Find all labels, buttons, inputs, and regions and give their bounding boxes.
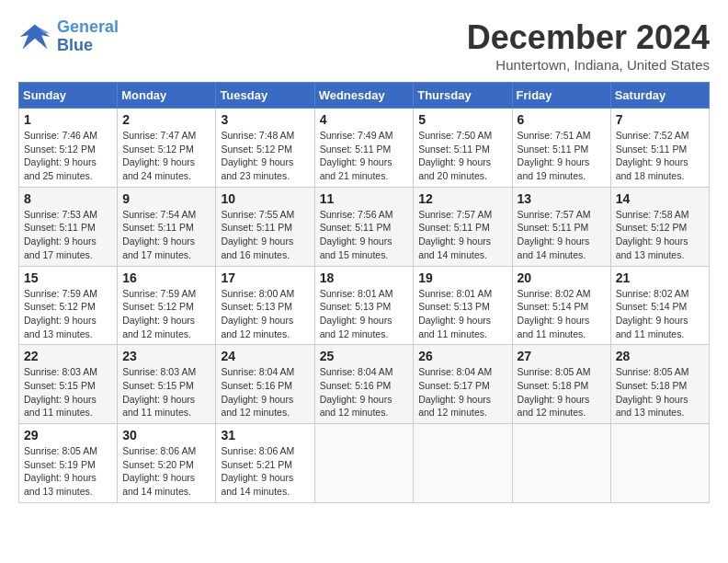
day-info: Sunrise: 7:49 AMSunset: 5:11 PMDaylight:…: [320, 129, 409, 183]
day-number: 30: [122, 428, 210, 442]
calendar-cell: 29Sunrise: 8:05 AMSunset: 5:19 PMDayligh…: [19, 424, 118, 503]
day-info: Sunrise: 8:01 AMSunset: 5:13 PMDaylight:…: [320, 287, 409, 341]
calendar-cell: 13Sunrise: 7:57 AMSunset: 5:11 PMDayligh…: [512, 187, 610, 266]
day-info: Sunrise: 8:05 AMSunset: 5:18 PMDaylight:…: [616, 365, 704, 419]
calendar-table: SundayMondayTuesdayWednesdayThursdayFrid…: [18, 82, 710, 503]
calendar-cell: 21Sunrise: 8:02 AMSunset: 5:14 PMDayligh…: [610, 266, 709, 345]
day-number: 23: [122, 349, 210, 363]
day-number: 8: [24, 191, 112, 206]
day-number: 16: [122, 270, 210, 285]
day-info: Sunrise: 8:02 AMSunset: 5:14 PMDaylight:…: [616, 287, 704, 341]
calendar-cell: 4Sunrise: 7:49 AMSunset: 5:11 PMDaylight…: [314, 109, 414, 188]
weekday-header: Thursday: [414, 83, 512, 109]
calendar-week-row: 8Sunrise: 7:53 AMSunset: 5:11 PMDaylight…: [19, 187, 710, 266]
day-number: 13: [518, 191, 606, 206]
calendar-cell: 26Sunrise: 8:04 AMSunset: 5:17 PMDayligh…: [414, 345, 512, 424]
calendar-week-row: 29Sunrise: 8:05 AMSunset: 5:19 PMDayligh…: [19, 424, 710, 503]
calendar-cell: 6Sunrise: 7:51 AMSunset: 5:11 PMDaylight…: [512, 109, 610, 188]
day-info: Sunrise: 7:57 AMSunset: 5:11 PMDaylight:…: [518, 208, 606, 262]
calendar-cell: [314, 424, 414, 503]
calendar-cell: 27Sunrise: 8:05 AMSunset: 5:18 PMDayligh…: [512, 345, 610, 424]
weekday-header: Tuesday: [216, 83, 314, 109]
day-number: 2: [122, 112, 210, 127]
day-info: Sunrise: 7:59 AMSunset: 5:12 PMDaylight:…: [122, 287, 210, 341]
calendar-cell: 15Sunrise: 7:59 AMSunset: 5:12 PMDayligh…: [19, 266, 118, 345]
svg-marker-0: [20, 24, 50, 49]
day-number: 1: [24, 112, 112, 127]
day-number: 20: [518, 270, 606, 285]
weekday-header: Monday: [118, 83, 216, 109]
day-number: 31: [221, 428, 309, 442]
day-info: Sunrise: 7:47 AMSunset: 5:12 PMDaylight:…: [122, 129, 210, 183]
day-number: 14: [616, 191, 704, 206]
calendar-cell: 11Sunrise: 7:56 AMSunset: 5:11 PMDayligh…: [314, 187, 414, 266]
calendar-cell: 16Sunrise: 7:59 AMSunset: 5:12 PMDayligh…: [118, 266, 216, 345]
calendar-cell: 8Sunrise: 7:53 AMSunset: 5:11 PMDaylight…: [19, 187, 118, 266]
calendar-cell: 3Sunrise: 7:48 AMSunset: 5:12 PMDaylight…: [216, 109, 314, 188]
calendar-cell: 1Sunrise: 7:46 AMSunset: 5:12 PMDaylight…: [19, 109, 118, 188]
calendar-cell: 10Sunrise: 7:55 AMSunset: 5:11 PMDayligh…: [216, 187, 314, 266]
day-number: 29: [24, 428, 112, 442]
day-info: Sunrise: 8:03 AMSunset: 5:15 PMDaylight:…: [122, 365, 210, 419]
day-number: 27: [518, 349, 606, 363]
calendar-cell: 30Sunrise: 8:06 AMSunset: 5:20 PMDayligh…: [118, 424, 216, 503]
calendar-cell: 23Sunrise: 8:03 AMSunset: 5:15 PMDayligh…: [118, 345, 216, 424]
calendar-cell: 7Sunrise: 7:52 AMSunset: 5:11 PMDaylight…: [610, 109, 709, 188]
day-number: 7: [616, 112, 704, 127]
calendar-cell: 28Sunrise: 8:05 AMSunset: 5:18 PMDayligh…: [610, 345, 709, 424]
day-number: 25: [320, 349, 409, 363]
day-info: Sunrise: 8:01 AMSunset: 5:13 PMDaylight:…: [418, 287, 506, 341]
calendar-cell: 19Sunrise: 8:01 AMSunset: 5:13 PMDayligh…: [414, 266, 512, 345]
calendar-cell: 25Sunrise: 8:04 AMSunset: 5:16 PMDayligh…: [314, 345, 414, 424]
weekday-header: Friday: [512, 83, 610, 109]
calendar-cell: [512, 424, 610, 503]
calendar-cell: 22Sunrise: 8:03 AMSunset: 5:15 PMDayligh…: [19, 345, 118, 424]
day-number: 5: [418, 112, 506, 127]
weekday-header: Saturday: [610, 83, 709, 109]
title-block: December 2024 Huntertown, Indiana, Unite…: [467, 18, 710, 73]
day-number: 17: [221, 270, 309, 285]
day-info: Sunrise: 7:48 AMSunset: 5:12 PMDaylight:…: [221, 129, 309, 183]
day-number: 28: [616, 349, 704, 363]
day-info: Sunrise: 8:02 AMSunset: 5:14 PMDaylight:…: [518, 287, 606, 341]
page-header: General Blue December 2024 Huntertown, I…: [18, 18, 710, 73]
day-info: Sunrise: 7:52 AMSunset: 5:11 PMDaylight:…: [616, 129, 704, 183]
logo-icon: [18, 20, 51, 53]
day-info: Sunrise: 7:50 AMSunset: 5:11 PMDaylight:…: [418, 129, 506, 183]
day-number: 15: [24, 270, 112, 285]
day-number: 4: [320, 112, 409, 127]
day-info: Sunrise: 7:51 AMSunset: 5:11 PMDaylight:…: [518, 129, 606, 183]
day-number: 19: [418, 270, 506, 285]
calendar-cell: 5Sunrise: 7:50 AMSunset: 5:11 PMDaylight…: [414, 109, 512, 188]
calendar-week-row: 15Sunrise: 7:59 AMSunset: 5:12 PMDayligh…: [19, 266, 710, 345]
day-info: Sunrise: 8:05 AMSunset: 5:18 PMDaylight:…: [518, 365, 606, 419]
day-info: Sunrise: 8:04 AMSunset: 5:16 PMDaylight:…: [221, 365, 309, 419]
day-info: Sunrise: 7:57 AMSunset: 5:11 PMDaylight:…: [418, 208, 506, 262]
day-number: 24: [221, 349, 309, 363]
day-info: Sunrise: 8:06 AMSunset: 5:20 PMDaylight:…: [122, 444, 210, 499]
day-number: 12: [418, 191, 506, 206]
day-number: 18: [320, 270, 409, 285]
weekday-header-row: SundayMondayTuesdayWednesdayThursdayFrid…: [19, 83, 710, 109]
day-info: Sunrise: 8:05 AMSunset: 5:19 PMDaylight:…: [24, 444, 112, 499]
calendar-week-row: 1Sunrise: 7:46 AMSunset: 5:12 PMDaylight…: [19, 109, 710, 188]
day-info: Sunrise: 8:04 AMSunset: 5:16 PMDaylight:…: [320, 365, 409, 419]
calendar-cell: 20Sunrise: 8:02 AMSunset: 5:14 PMDayligh…: [512, 266, 610, 345]
day-info: Sunrise: 8:00 AMSunset: 5:13 PMDaylight:…: [221, 287, 309, 341]
day-info: Sunrise: 7:59 AMSunset: 5:12 PMDaylight:…: [24, 287, 112, 341]
day-number: 9: [122, 191, 210, 206]
day-info: Sunrise: 7:55 AMSunset: 5:11 PMDaylight:…: [221, 208, 309, 262]
day-info: Sunrise: 7:53 AMSunset: 5:11 PMDaylight:…: [24, 208, 112, 262]
calendar-cell: 9Sunrise: 7:54 AMSunset: 5:11 PMDaylight…: [118, 187, 216, 266]
calendar-cell: 17Sunrise: 8:00 AMSunset: 5:13 PMDayligh…: [216, 266, 314, 345]
day-info: Sunrise: 8:06 AMSunset: 5:21 PMDaylight:…: [221, 444, 309, 499]
day-info: Sunrise: 7:56 AMSunset: 5:11 PMDaylight:…: [320, 208, 409, 262]
calendar-cell: 31Sunrise: 8:06 AMSunset: 5:21 PMDayligh…: [216, 424, 314, 503]
calendar-cell: 24Sunrise: 8:04 AMSunset: 5:16 PMDayligh…: [216, 345, 314, 424]
day-number: 26: [418, 349, 506, 363]
day-info: Sunrise: 8:03 AMSunset: 5:15 PMDaylight:…: [24, 365, 112, 419]
calendar-cell: 12Sunrise: 7:57 AMSunset: 5:11 PMDayligh…: [414, 187, 512, 266]
calendar-cell: 14Sunrise: 7:58 AMSunset: 5:12 PMDayligh…: [610, 187, 709, 266]
day-number: 6: [518, 112, 606, 127]
calendar-cell: 18Sunrise: 8:01 AMSunset: 5:13 PMDayligh…: [314, 266, 414, 345]
